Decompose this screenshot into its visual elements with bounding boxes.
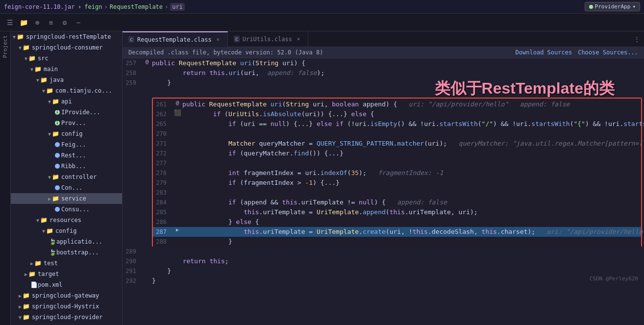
- tree-label: IProvide...: [61, 109, 100, 116]
- sidebar-item-config[interactable]: ▼ 📁 config: [11, 128, 122, 139]
- xml-icon: 📄: [30, 281, 38, 288]
- sidebar-item-feig[interactable]: Feig...: [11, 139, 122, 150]
- code-text: this.uriTemplate = UriTemplate.append(th…: [182, 207, 641, 217]
- sidebar-item-iprovide[interactable]: I IProvide...: [11, 107, 122, 118]
- class-icon: [55, 142, 60, 147]
- code-text: Matcher queryMatcher = QUERY_STRING_PATT…: [182, 139, 644, 149]
- list-icon[interactable]: ≡: [45, 17, 57, 28]
- line-gutter: @: [173, 100, 182, 106]
- tree-label: config: [55, 227, 76, 234]
- code-text: int fragmentIndex = uri.indexOf(35); fra…: [182, 168, 641, 178]
- code-line-290: 290 return this;: [123, 256, 644, 266]
- arrow-icon: ▼: [30, 67, 33, 72]
- sidebar-item-main[interactable]: ▼ 📁 main: [11, 64, 122, 75]
- sidebar-item-bootstrap[interactable]: 🍃 bootstrap...: [11, 247, 122, 258]
- arrow-icon: ▶: [30, 261, 33, 266]
- sidebar-item-resources[interactable]: ▼ 📁 resources: [11, 215, 122, 225]
- settings-icon[interactable]: ⚙: [59, 17, 71, 28]
- sidebar-item-springcloud-resttemplate[interactable]: ▼ 📁 springcloud-restTemplate: [11, 31, 122, 42]
- code-line-287: 287 ▶ this.uriTemplate = UriTemplate.cre…: [153, 227, 641, 237]
- tree-label: resources: [50, 217, 81, 224]
- code-text: if (queryMatcher.find()) {...}: [182, 149, 641, 158]
- code-line-empty1: [123, 88, 644, 98]
- code-text: return this.uri(uri, append: false);: [152, 68, 644, 78]
- line-number: 261: [153, 100, 173, 109]
- sidebar-item-con[interactable]: Con...: [11, 182, 122, 193]
- sidebar-item-provider[interactable]: ▼ 📁 springcloud-provider: [11, 312, 122, 323]
- tree-label: controller: [61, 174, 97, 180]
- sidebar-item-rest[interactable]: Rest...: [11, 150, 122, 161]
- sidebar-item-gateway[interactable]: ▶ 📁 springcloud-gateway: [11, 290, 122, 301]
- menu-icon[interactable]: ☰: [4, 17, 16, 28]
- tree-label: Consu...: [61, 206, 90, 213]
- folder-icon: 📁: [46, 227, 53, 234]
- sidebar-item-springcloud-consumer[interactable]: ▼ 📁 springcloud-consumer: [11, 42, 122, 53]
- provider-app-button[interactable]: ProviderApp ▾: [585, 2, 640, 11]
- code-text: } else {: [182, 217, 641, 227]
- code-text: }: [152, 276, 644, 286]
- sidebar-item-application[interactable]: 🍃 applicatio...: [11, 236, 122, 247]
- code-line-286: 286 } else {: [153, 217, 641, 227]
- tree-label: springcloud-consumer: [32, 44, 103, 51]
- tree-label: main: [44, 66, 58, 73]
- sidebar-item-target[interactable]: ▶ 📁 target: [11, 269, 122, 279]
- tree-label: service: [61, 195, 86, 202]
- line-number: 284: [153, 198, 173, 207]
- sidebar-item-config2[interactable]: ▼ 📁 config: [11, 225, 122, 236]
- project-tab-label: Project: [2, 35, 8, 58]
- arrow-icon: ▼: [48, 175, 51, 180]
- arrow-icon: ▼: [13, 34, 16, 40]
- folder-icon: 📁: [28, 55, 36, 62]
- line-number: 292: [123, 276, 142, 286]
- line-number: 271: [153, 139, 173, 149]
- code-content: 257 @ public RequestTemplate uri(String …: [123, 58, 644, 286]
- tab-close-button[interactable]: ×: [215, 36, 222, 43]
- code-line-270: 270: [153, 129, 641, 139]
- sidebar-item-java[interactable]: ▼ 📁 java: [11, 75, 122, 85]
- tree-label: applicatio...: [56, 238, 102, 245]
- code-line-292: 292 }: [123, 276, 644, 286]
- tree-label: Feig...: [61, 141, 86, 148]
- download-sources-link[interactable]: Download Sources: [516, 49, 572, 56]
- line-number: 277: [153, 158, 173, 168]
- sidebar-item-api[interactable]: ▼ 📁 api: [11, 96, 122, 107]
- tree-label: springcloud-Hystrix: [32, 303, 99, 310]
- sidebar-item-ribb[interactable]: Ribb...: [11, 161, 122, 172]
- sidebar-item-src[interactable]: ▼ 📁 src: [11, 53, 122, 64]
- sidebar-item-service[interactable]: ▶ 📁 service: [11, 193, 122, 204]
- minus-icon[interactable]: −: [73, 17, 84, 28]
- code-line-259: 259 }: [123, 78, 644, 88]
- tab-requesttemplate[interactable]: c RequestTemplate.class ×: [123, 31, 228, 47]
- code-text: this.uriTemplate = UriTemplate.create(ur…: [182, 227, 644, 237]
- line-number: 288: [153, 237, 173, 247]
- arrow-icon: ▼: [25, 56, 27, 61]
- code-line-283: 283: [153, 188, 641, 198]
- sidebar-item-controller[interactable]: ▼ 📁 controller: [11, 172, 122, 182]
- line-number: 279: [153, 178, 173, 188]
- sidebar-item-consu[interactable]: Consu...: [11, 204, 122, 215]
- line-gutter: ▶: [173, 227, 182, 232]
- code-line-257: 257 @ public RequestTemplate uri(String …: [123, 58, 644, 68]
- line-number: 290: [123, 256, 142, 266]
- add-icon[interactable]: ⊕: [31, 17, 43, 28]
- tree-label: Con...: [61, 184, 82, 191]
- tabs-more-button[interactable]: ⋮: [630, 35, 644, 43]
- sidebar-item-hystrix[interactable]: ▶ 📁 springcloud-Hystrix: [11, 301, 122, 312]
- code-line-258: 258 return this.uri(uri, append: false);: [123, 68, 644, 78]
- chevron-down-icon: ▾: [632, 3, 636, 10]
- code-text: }: [182, 237, 641, 247]
- code-text: [182, 188, 641, 198]
- sidebar-item-test[interactable]: ▶ 📁 test: [11, 258, 122, 269]
- sidebar-item-pomxml[interactable]: 📄 pom.xml: [11, 279, 122, 290]
- project-tab[interactable]: Project: [0, 31, 11, 325]
- sidebar-item-prov[interactable]: I Prov...: [11, 118, 122, 128]
- code-line-285: 285 this.uriTemplate = UriTemplate.appen…: [153, 207, 641, 217]
- tab-uriutils[interactable]: c UriUtils.class ×: [228, 31, 308, 47]
- sidebar-item-com-tianju[interactable]: ▼ 📁 com.tianju.co...: [11, 85, 122, 96]
- code-editor[interactable]: 类似于RestTemplate的类 257 @ public RequestTe…: [123, 58, 644, 325]
- project-icon[interactable]: 📁: [18, 17, 29, 28]
- choose-sources-link[interactable]: Choose Sources...: [578, 49, 638, 56]
- sidebar-item-src2[interactable]: ▼ 📁 src: [11, 323, 122, 325]
- code-text: if (uri == null) {...} else if (!uri.isE…: [182, 119, 644, 129]
- tab-close-button[interactable]: ×: [295, 36, 302, 43]
